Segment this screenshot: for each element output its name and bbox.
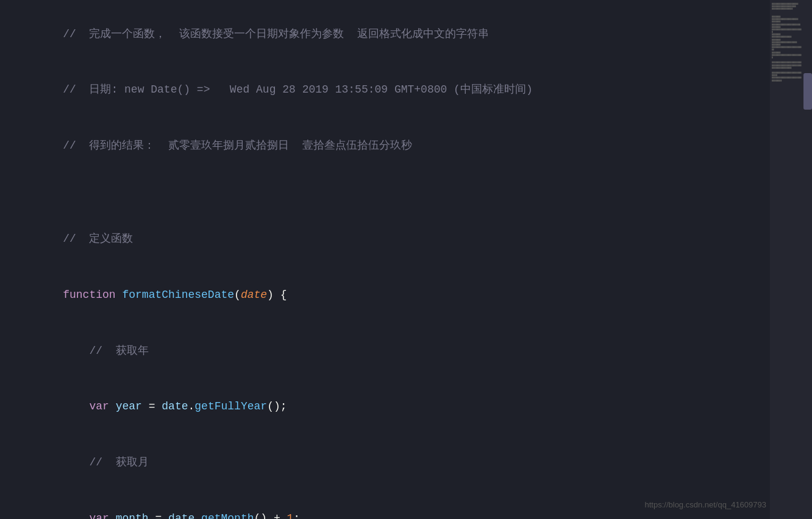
- line-comment-month: // 获取月: [37, 435, 812, 491]
- paren-close: ) {: [267, 289, 287, 301]
- line-fn-def: function formatChineseDate(date) {: [37, 267, 812, 323]
- keyword-var: var: [89, 512, 115, 519]
- param-ref-date2: date: [168, 512, 194, 519]
- comment-text: // 获取年: [89, 345, 148, 357]
- comment-text: // 日期: new Date() => Wed Aug 28 2019 13:…: [63, 83, 533, 96]
- code-editor: // 完成一个函数， 该函数接受一个日期对象作为参数 返回格式化成中文的字符串 …: [0, 0, 812, 519]
- watermark: https://blog.csdn.net/qq_41609793: [645, 498, 767, 512]
- line-3: // 得到的结果： 贰零壹玖年捌月贰拾捌日 壹拾叁点伍拾伍分玖秒: [37, 118, 812, 174]
- minimap: ████████████████████████ ███████████████…: [770, 0, 803, 519]
- comment-text: // 定义函数: [63, 233, 133, 245]
- param-ref-date: date: [162, 400, 188, 412]
- minimap-content: ████████████████████████ ███████████████…: [770, 0, 803, 85]
- scrollbar-thumb[interactable]: [803, 73, 812, 110]
- scrollbar[interactable]: [803, 0, 812, 519]
- method-getmonth: getMonth: [201, 512, 254, 519]
- keyword-var: var: [89, 400, 115, 412]
- line-blank-2: [37, 192, 812, 211]
- paren-open: (: [234, 289, 241, 301]
- number-1: 1: [287, 512, 294, 519]
- param-date: date: [241, 289, 267, 301]
- comment-text: // 得到的结果： 贰零壹玖年捌月贰拾捌日 壹拾叁点伍拾伍分玖秒: [63, 139, 411, 152]
- fn-name: formatChineseDate: [122, 289, 234, 301]
- comment-text: // 完成一个函数， 该函数接受一个日期对象作为参数 返回格式化成中文的字符串: [63, 28, 488, 40]
- keyword-function: function: [63, 289, 122, 301]
- line-1: // 完成一个函数， 该函数接受一个日期对象作为参数 返回格式化成中文的字符串: [37, 6, 812, 62]
- line-comment-year: // 获取年: [37, 323, 812, 379]
- method-getfullyear: getFullYear: [194, 400, 267, 412]
- line-blank-1: [37, 174, 812, 192]
- var-month: month: [116, 512, 149, 519]
- comment-text: // 获取月: [89, 456, 148, 468]
- line-2: // 日期: new Date() => Wed Aug 28 2019 13:…: [37, 62, 812, 118]
- line-var-year: var year = date.getFullYear();: [37, 379, 812, 435]
- var-year: year: [116, 400, 142, 412]
- line-define-comment: // 定义函数: [37, 211, 812, 267]
